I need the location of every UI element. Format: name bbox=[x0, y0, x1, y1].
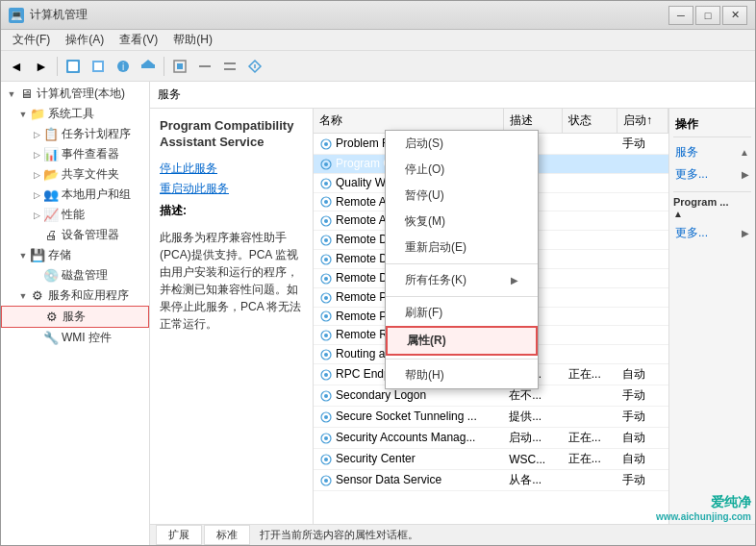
svg-point-28 bbox=[324, 258, 328, 261]
close-button[interactable]: ✕ bbox=[722, 6, 747, 25]
maximize-button[interactable]: □ bbox=[695, 6, 720, 25]
toolbar-btn-7[interactable] bbox=[218, 55, 241, 78]
service-startup-cell bbox=[617, 345, 668, 364]
ctx-menu-item[interactable]: 刷新(F) bbox=[386, 300, 538, 326]
toolbar-btn-2[interactable] bbox=[87, 55, 110, 78]
service-row-icon bbox=[319, 234, 333, 247]
toolbar-btn-8[interactable] bbox=[243, 55, 266, 78]
table-row[interactable]: Secure Socket Tunneling ...提供...手动 bbox=[314, 407, 668, 428]
svg-rect-11 bbox=[224, 62, 236, 64]
table-row[interactable]: Security Accounts Manag...启动...正在...自动 bbox=[314, 428, 668, 449]
sidebar-item-storage[interactable]: ▼ 💾 存储 bbox=[1, 245, 149, 265]
share-icon: 📂 bbox=[43, 167, 59, 183]
service-status-cell bbox=[563, 231, 617, 250]
sidebar-item-wmi[interactable]: 🔧 WMI 控件 bbox=[1, 328, 149, 348]
sidebar-root[interactable]: ▼ 🖥 计算机管理(本地) bbox=[1, 84, 149, 104]
menu-file[interactable]: 文件(F) bbox=[5, 30, 58, 50]
sidebar-item-servicesapps[interactable]: ▼ ⚙ 服务和应用程序 bbox=[1, 285, 149, 306]
service-startup-cell bbox=[617, 211, 668, 231]
menu-view[interactable]: 查看(V) bbox=[112, 30, 165, 50]
expand-icon-7: ▷ bbox=[30, 209, 43, 222]
table-row[interactable]: Sensor Data Service从各...手动 bbox=[314, 470, 668, 491]
service-desc-cell: 从各... bbox=[503, 470, 563, 491]
sidebar-item-diskmanager[interactable]: 💿 磁盘管理 bbox=[1, 265, 149, 285]
window-controls: ─ □ ✕ bbox=[668, 6, 747, 25]
sidebar-wmi-label: WMI 控件 bbox=[62, 330, 112, 346]
sidebar-performance-label: 性能 bbox=[62, 207, 85, 223]
folder-icon-1: 📁 bbox=[30, 107, 45, 122]
service-desc-cell: 提供... bbox=[503, 407, 563, 428]
title-bar: 💻 计算机管理 ─ □ ✕ bbox=[1, 1, 755, 30]
disk-icon: 💿 bbox=[43, 268, 59, 284]
expand-icon-3: ▷ bbox=[30, 128, 43, 141]
right-section2-arrow: ▲ bbox=[673, 209, 683, 219]
ctx-item-label: 所有任务(K) bbox=[405, 272, 466, 288]
service-startup-cell bbox=[617, 250, 668, 269]
tab-standard[interactable]: 标准 bbox=[204, 525, 250, 545]
sidebar-services-label: 服务 bbox=[63, 309, 86, 325]
toolbar-forward[interactable]: ► bbox=[30, 55, 53, 78]
ctx-menu-item[interactable]: 重新启动(E) bbox=[386, 235, 538, 261]
service-status-cell bbox=[563, 385, 617, 407]
ctx-menu-item[interactable]: 启动(S) bbox=[386, 131, 538, 157]
watermark-url: www.aichunjing.com bbox=[656, 511, 751, 522]
toolbar-back[interactable]: ◄ bbox=[5, 55, 28, 78]
ctx-item-label: 刷新(F) bbox=[405, 305, 442, 321]
sidebar-item-eventviewer[interactable]: ▷ 📊 事件查看器 bbox=[1, 144, 149, 164]
sidebar-item-services[interactable]: ⚙ 服务 bbox=[1, 306, 149, 328]
toolbar-btn-3[interactable]: i bbox=[112, 55, 135, 78]
ctx-item-label: 属性(R) bbox=[407, 333, 446, 349]
sidebar-item-systools[interactable]: ▼ 📁 系统工具 bbox=[1, 104, 149, 124]
toolbar-btn-4[interactable] bbox=[137, 55, 160, 78]
sidebar-item-performance[interactable]: ▷ 📈 性能 bbox=[1, 205, 149, 225]
ctx-menu-item[interactable]: 恢复(M) bbox=[386, 209, 538, 235]
sidebar-item-sharedfolder[interactable]: ▷ 📂 共享文件夹 bbox=[1, 164, 149, 185]
right-action-more-2[interactable]: 更多... ▶ bbox=[673, 222, 751, 244]
service-status-cell bbox=[563, 345, 617, 364]
service-status-cell: 正在... bbox=[563, 364, 617, 385]
sidebar-item-localusers[interactable]: ▷ 👥 本地用户和组 bbox=[1, 185, 149, 205]
expand-spacer-1 bbox=[30, 229, 43, 242]
right-action-more-1[interactable]: 更多... ▶ bbox=[673, 163, 751, 186]
toolbar-btn-6[interactable] bbox=[193, 55, 216, 78]
service-desc-cell: WSC... bbox=[503, 449, 563, 470]
sidebar-eventviewer-label: 事件查看器 bbox=[62, 146, 119, 162]
toolbar-btn-1[interactable] bbox=[62, 55, 85, 78]
menu-action[interactable]: 操作(A) bbox=[58, 30, 112, 50]
service-status-cell bbox=[563, 155, 617, 174]
ctx-menu-item[interactable]: 所有任务(K)▶ bbox=[386, 267, 538, 293]
service-status-cell bbox=[563, 326, 617, 345]
right-action-services-title: 服务 ▲ bbox=[673, 141, 751, 163]
minimize-button[interactable]: ─ bbox=[668, 6, 693, 25]
tab-expand[interactable]: 扩展 bbox=[156, 525, 202, 545]
desc-text: 此服务为程序兼容性助手(PCA)提供支持。PCA 监视由用户安装和运行的程序，并… bbox=[160, 229, 303, 333]
toolbar-btn-5[interactable] bbox=[168, 55, 191, 78]
sidebar-item-devicemanager[interactable]: 🖨 设备管理器 bbox=[1, 225, 149, 245]
sidebar-item-taskscheduler[interactable]: ▷ 📋 任务计划程序 bbox=[1, 124, 149, 144]
svg-point-16 bbox=[324, 142, 328, 146]
restart-service-link[interactable]: 重启动此服务 bbox=[160, 181, 303, 197]
expand-icon-2: ▼ bbox=[16, 108, 30, 121]
ctx-menu-item[interactable]: 属性(R) bbox=[386, 326, 538, 356]
table-row[interactable]: Security CenterWSC...正在...自动 bbox=[314, 449, 668, 470]
menu-help[interactable]: 帮助(H) bbox=[165, 30, 220, 50]
service-name: Security Accounts Manag... bbox=[336, 431, 475, 444]
service-row-icon bbox=[319, 291, 333, 305]
sidebar-localusers-label: 本地用户和组 bbox=[62, 186, 131, 203]
sidebar-sharedfolder-label: 共享文件夹 bbox=[62, 166, 119, 183]
svg-point-44 bbox=[324, 415, 328, 419]
stop-service-link[interactable]: 停止此服务 bbox=[160, 161, 303, 177]
main-window: 💻 计算机管理 ─ □ ✕ 文件(F) 操作(A) 查看(V) 帮助(H) ◄ … bbox=[0, 0, 756, 546]
ctx-item-label: 启动(S) bbox=[405, 136, 443, 152]
users-icon: 👥 bbox=[43, 187, 59, 203]
service-startup-cell: 手动 bbox=[617, 385, 668, 407]
svg-point-42 bbox=[324, 394, 328, 398]
ctx-menu-item[interactable]: 帮助(H) bbox=[386, 362, 538, 388]
service-row-icon bbox=[319, 272, 333, 285]
col-startup[interactable]: 启动↑ bbox=[617, 109, 668, 134]
col-status[interactable]: 状态 bbox=[563, 109, 617, 134]
expand-icon-4: ▷ bbox=[30, 148, 43, 161]
svg-text:i: i bbox=[122, 62, 124, 72]
ctx-menu-item[interactable]: 暂停(U) bbox=[386, 183, 538, 209]
ctx-menu-item[interactable]: 停止(O) bbox=[386, 157, 538, 183]
